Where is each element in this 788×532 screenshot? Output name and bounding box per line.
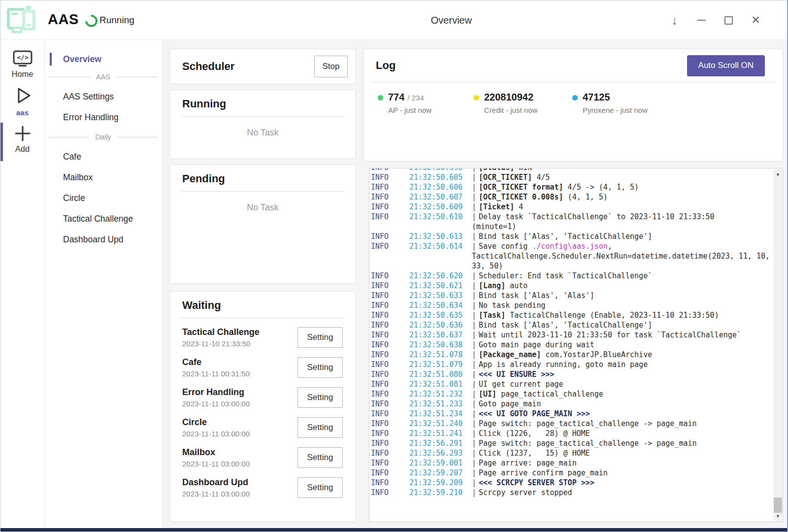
setting-button-error-handling[interactable]: Setting <box>297 387 343 408</box>
stop-button[interactable]: Stop <box>314 56 348 77</box>
setting-button-dashboard-upd[interactable]: Setting <box>297 477 343 498</box>
setting-button-cafe[interactable]: Setting <box>297 357 343 378</box>
minimize-button[interactable] <box>688 9 715 32</box>
waiting-row-dashboard-upd: Dashboard Upd2023-11-11 03:00:00Setting <box>170 472 356 502</box>
log-message: 33, 50) <box>472 261 503 271</box>
setting-button-tactical-challenge[interactable]: Setting <box>297 327 343 348</box>
log-message-segment: Page switch: page_tactical_challenge -> … <box>479 419 697 428</box>
update-download-button[interactable]: ↓ <box>661 9 688 32</box>
log-level: INFO <box>371 488 409 498</box>
close-button[interactable]: ✕ <box>742 9 769 32</box>
minimize-icon <box>697 20 706 21</box>
log-separator: | <box>472 409 479 419</box>
setting-button-mailbox[interactable]: Setting <box>297 447 343 468</box>
log-message-segment: WIN <box>514 168 532 172</box>
log-line: INFO21:32:50.620| Scheduler: End task `T… <box>371 271 774 281</box>
svg-text:</>: </> <box>17 54 29 61</box>
nav-item-label: Error Handling <box>63 112 119 123</box>
log-line: INFO21:32:50.633| Bind task ['Alas', 'Al… <box>371 291 774 300</box>
nav-item-cafe[interactable]: Cafe <box>45 146 163 167</box>
scrollbar-up-icon[interactable]: ▲ <box>774 170 782 178</box>
divider-line <box>117 137 158 137</box>
auto-scroll-button[interactable]: Auto Scroll ON <box>687 55 765 76</box>
log-line: INFO21:32:50.614| Save config ./config\a… <box>371 241 774 251</box>
log-message-segment: [Task] <box>479 311 505 320</box>
log-separator: | <box>472 448 479 458</box>
rail-item-aas[interactable]: aas <box>0 79 44 117</box>
log-message-segment: (4, 1, 5) <box>563 193 608 201</box>
log-line: INFO21:32:50.609| [Ticket] 4 <box>371 202 774 212</box>
log-message: Wait until 2023-11-10 21:33:50 for task … <box>479 330 741 340</box>
nav-item-dashboard-upd[interactable]: Dashboard Upd <box>45 229 163 250</box>
log-line: INFO21:32:59.001| Page arrive: page_main <box>371 458 774 468</box>
maximize-button[interactable] <box>715 9 742 32</box>
log-message-segment: TacticalChallenge (Enable, 2023-11-10 21… <box>505 311 719 320</box>
log-level: INFO <box>371 409 409 419</box>
log-timestamp: 21:32:51.232 <box>409 389 472 399</box>
log-separator: | <box>472 399 479 409</box>
running-spinner-icon <box>83 12 100 30</box>
nav-item-label: Mailbox <box>63 172 93 183</box>
log-message-segment: TacticalChallenge.Scheduler.NextRun=date… <box>472 252 774 261</box>
log-level: INFO <box>371 192 409 202</box>
log-line: INFO21:32:50.621| [Lang] auto <box>371 281 774 291</box>
log-separator: | <box>472 350 479 360</box>
log-output[interactable]: INFO21:32:50.598| [Status] WININFO21:32:… <box>369 168 774 521</box>
divider <box>181 116 345 117</box>
log-line: INFO21:32:51.081| UI get current page <box>371 379 774 389</box>
log-message: Click (1226, 28) @ HOME <box>479 429 590 438</box>
setting-button-circle[interactable]: Setting <box>297 417 343 438</box>
nav-item-error-handling[interactable]: Error Handling <box>45 107 163 128</box>
log-message-segment: <<< UI GOTO PAGE_MAIN >>> <box>479 409 590 418</box>
log-message-segment: Bind task ['Alas', 'TacticalChallenge'] <box>479 321 652 330</box>
log-line: INFO21:32:50.607| [OCR_TICKET 0.008s] (4… <box>371 192 774 202</box>
waiting-row-error-handling: Error Handling2023-11-11 03:00:00Setting <box>170 382 356 412</box>
waiting-task-name: Circle <box>182 416 250 428</box>
log-message: Page arrive: page_main <box>479 458 577 468</box>
nav-item-aas-settings[interactable]: AAS Settings <box>45 86 163 107</box>
log-message: [OCR_TICKET 0.008s] (4, 1, 5) <box>479 192 608 202</box>
scrollbar-thumb[interactable] <box>774 498 782 513</box>
log-timestamp: 21:32:50.606 <box>409 182 472 192</box>
log-line: INFO21:32:50.605| [OCR_TICKET] 4/5 <box>371 172 774 182</box>
nav-item-overview[interactable]: Overview <box>45 51 163 67</box>
log-timestamp: 21:32:50.638 <box>409 340 472 350</box>
log-timestamp: 21:32:50.610 <box>409 212 472 222</box>
code-monitor-icon: </> <box>12 50 33 67</box>
log-message-segment: Bind task ['Alas', 'Alas'] <box>479 291 594 300</box>
log-line: INFO21:32:51.240| Page switch: page_tact… <box>371 419 774 429</box>
log-level: INFO <box>371 202 409 212</box>
log-level <box>371 222 409 232</box>
log-separator: | <box>472 458 479 468</box>
titlebar: AAS Running Overview ↓ ✕ <box>0 0 787 40</box>
stat-value-row: 47125 <box>583 92 648 103</box>
log-message-segment: Bind task ['Alas', 'TacticalChallenge'] <box>479 232 652 241</box>
log-level: INFO <box>371 350 409 360</box>
log-message: [Ticket] 4 <box>479 202 523 212</box>
nav-item-tactical-challenge[interactable]: Tactical Challenge <box>45 208 163 229</box>
rail-item-home[interactable]: </> Home <box>0 40 44 79</box>
scrollbar-down-icon[interactable]: ▼ <box>774 512 782 520</box>
log-message-segment: [OCR_TICKET format] <box>479 183 563 192</box>
nav-item-mailbox[interactable]: Mailbox <box>45 167 163 188</box>
log-level: INFO <box>371 212 409 222</box>
log-separator: | <box>472 232 479 241</box>
log-message-segment: 4/5 -> (4, 1, 5) <box>563 183 639 192</box>
log-separator: | <box>472 340 479 350</box>
waiting-task-name: Error Handling <box>182 386 250 398</box>
log-message-segment: Page arrive confirm page_main <box>479 468 608 477</box>
stat-label: Pyroxene - just now <box>583 106 648 114</box>
log-scrollbar[interactable]: ▲ ▼ <box>774 169 782 521</box>
log-line: INFO21:32:51.234| <<< UI GOTO PAGE_MAIN … <box>371 409 774 419</box>
play-icon <box>12 85 33 106</box>
log-level: INFO <box>371 172 409 182</box>
nav-item-circle[interactable]: Circle <box>45 188 163 208</box>
nav-section-divider-daily: Daily <box>45 128 163 146</box>
waiting-task-time: 2023-11-10 21:33:50 <box>182 339 260 349</box>
log-level: INFO <box>371 468 409 478</box>
log-level: INFO <box>371 330 409 340</box>
log-timestamp: 21:32:50.633 <box>409 291 472 300</box>
rail-item-add[interactable]: Add <box>0 117 44 154</box>
log-separator: | <box>472 182 479 192</box>
stat-dot-icon <box>378 95 383 100</box>
